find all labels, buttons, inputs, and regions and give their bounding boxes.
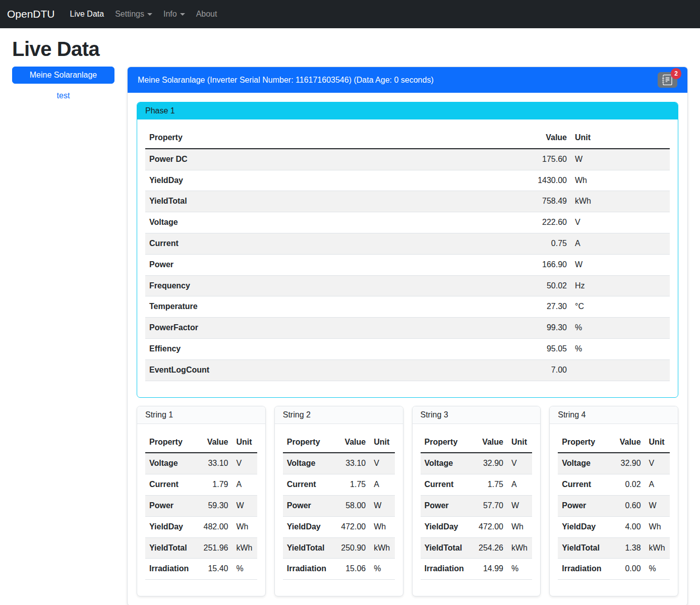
table-row: EventLogCount7.00 bbox=[145, 359, 670, 381]
unit-cell: V bbox=[370, 453, 394, 474]
value-cell: 57.70 bbox=[468, 495, 507, 516]
property-cell: Current bbox=[283, 474, 330, 496]
string-card-title: String 4 bbox=[558, 410, 586, 419]
nav-item-settings[interactable]: Settings bbox=[111, 6, 156, 23]
unit-cell: A bbox=[571, 233, 670, 254]
column-header-property: Property bbox=[558, 432, 605, 453]
property-cell: Irradiation bbox=[145, 559, 193, 580]
table-row: Irradiation15.40% bbox=[145, 559, 257, 580]
value-cell: 1430.00 bbox=[421, 170, 571, 191]
brand-link[interactable]: OpenDTU bbox=[7, 8, 55, 20]
inverter-card-body: Phase 1 Property Value Unit bbox=[128, 93, 687, 605]
nav-item-live-data[interactable]: Live Data bbox=[66, 6, 108, 23]
string-card-title: String 3 bbox=[421, 410, 448, 419]
property-cell: Current bbox=[145, 233, 421, 254]
phase-card-title: Phase 1 bbox=[145, 106, 175, 115]
property-cell: Effiency bbox=[145, 338, 421, 359]
value-cell: 32.90 bbox=[605, 453, 645, 474]
table-row: Power0.60W bbox=[558, 495, 670, 516]
table-header-row: Property Value Unit bbox=[283, 432, 395, 453]
string-table: Property Value Unit Voltage33.10VCurrent… bbox=[145, 432, 257, 580]
property-cell: Frequency bbox=[145, 275, 421, 296]
table-row: Power DC175.60W bbox=[145, 149, 670, 170]
value-cell: 4.00 bbox=[605, 516, 645, 537]
property-cell: YieldTotal bbox=[145, 537, 193, 559]
table-row: Voltage32.90V bbox=[421, 453, 533, 474]
inverter-card-header: Meine Solaranlage (Inverter Serial Numbe… bbox=[128, 67, 687, 93]
phase-card-header: Phase 1 bbox=[137, 102, 678, 119]
main-column: Meine Solaranlage (Inverter Serial Numbe… bbox=[127, 67, 688, 605]
value-cell: 250.90 bbox=[330, 537, 370, 559]
unit-cell: kWh bbox=[571, 191, 670, 212]
table-row: YieldDay472.00Wh bbox=[421, 516, 533, 537]
table-row: Power57.70W bbox=[421, 495, 533, 516]
value-cell: 472.00 bbox=[468, 516, 507, 537]
unit-cell: °C bbox=[571, 296, 670, 318]
unit-cell: W bbox=[507, 495, 532, 516]
string-card-title: String 2 bbox=[283, 410, 311, 419]
property-cell: Irradiation bbox=[283, 559, 330, 580]
sidebar: Meine Solaranlage test bbox=[12, 67, 114, 100]
value-cell: 254.26 bbox=[468, 537, 507, 559]
unit-cell: W bbox=[645, 495, 670, 516]
table-row: PowerFactor99.30% bbox=[145, 318, 670, 339]
property-cell: Current bbox=[558, 474, 605, 496]
eventlog-badge: 2 bbox=[671, 68, 681, 79]
property-cell: YieldTotal bbox=[145, 191, 421, 212]
string-table: Property Value Unit Voltage32.90VCurrent… bbox=[421, 432, 533, 580]
string-card: String 1 Property Value Unit Voltage33.1… bbox=[137, 406, 266, 597]
column-header-value: Value bbox=[421, 128, 571, 149]
chevron-down-icon bbox=[147, 13, 152, 16]
column-header-property: Property bbox=[145, 128, 421, 149]
value-cell: 472.00 bbox=[330, 516, 370, 537]
inverter-select-button[interactable]: Meine Solaranlage bbox=[12, 67, 114, 84]
string-table-body: Voltage32.90VCurrent0.02APower0.60WYield… bbox=[558, 453, 670, 579]
column-header-property: Property bbox=[283, 432, 330, 453]
value-cell: 7.00 bbox=[421, 359, 571, 381]
property-cell: Voltage bbox=[145, 453, 193, 474]
nav-item-info[interactable]: Info bbox=[159, 6, 189, 23]
table-row: Irradiation14.99% bbox=[421, 559, 533, 580]
nav-item-about[interactable]: About bbox=[192, 6, 221, 23]
unit-cell: V bbox=[507, 453, 532, 474]
unit-cell: A bbox=[645, 474, 670, 496]
property-cell: Power bbox=[558, 495, 605, 516]
unit-cell: Wh bbox=[507, 516, 532, 537]
table-row: YieldTotal250.90kWh bbox=[283, 537, 395, 559]
table-header-row: Property Value Unit bbox=[145, 432, 257, 453]
value-cell: 251.96 bbox=[193, 537, 232, 559]
phase-table-body: Power DC175.60WYieldDay1430.00WhYieldTot… bbox=[145, 149, 670, 381]
value-cell: 32.90 bbox=[468, 453, 507, 474]
unit-cell: W bbox=[571, 254, 670, 275]
unit-cell: kWh bbox=[232, 537, 257, 559]
table-row: Current1.75A bbox=[421, 474, 533, 496]
inverter-link-test[interactable]: test bbox=[12, 91, 114, 100]
eventlog-button[interactable]: 2 bbox=[658, 72, 677, 88]
string-card-body: Property Value Unit Voltage33.10VCurrent… bbox=[275, 424, 403, 596]
string-card-header: String 3 bbox=[413, 406, 541, 424]
column-header-value: Value bbox=[605, 432, 645, 453]
strings-row: String 1 Property Value Unit Voltage33.1… bbox=[137, 406, 678, 597]
property-cell: YieldTotal bbox=[283, 537, 330, 559]
table-row: Voltage32.90V bbox=[558, 453, 670, 474]
inverter-header-title: Meine Solaranlage (Inverter Serial Numbe… bbox=[138, 76, 434, 85]
property-cell: Power bbox=[145, 495, 193, 516]
value-cell: 33.10 bbox=[330, 453, 370, 474]
value-cell: 0.00 bbox=[605, 559, 645, 580]
nav-item-label: Live Data bbox=[70, 10, 104, 19]
table-header-row: Property Value Unit bbox=[421, 432, 533, 453]
string-table-body: Voltage33.10VCurrent1.75APower58.00WYiel… bbox=[283, 453, 395, 579]
value-cell: 33.10 bbox=[193, 453, 232, 474]
journal-text-icon bbox=[662, 79, 673, 87]
unit-cell: W bbox=[571, 149, 670, 170]
property-cell: Voltage bbox=[145, 212, 421, 233]
property-cell: Current bbox=[421, 474, 468, 496]
value-cell: 0.75 bbox=[421, 233, 571, 254]
value-cell: 175.60 bbox=[421, 149, 571, 170]
unit-cell: A bbox=[507, 474, 532, 496]
table-row: Frequency50.02Hz bbox=[145, 275, 670, 296]
value-cell: 1.38 bbox=[605, 537, 645, 559]
value-cell: 99.30 bbox=[421, 318, 571, 339]
table-header-row: Property Value Unit bbox=[145, 128, 670, 149]
value-cell: 58.00 bbox=[330, 495, 370, 516]
